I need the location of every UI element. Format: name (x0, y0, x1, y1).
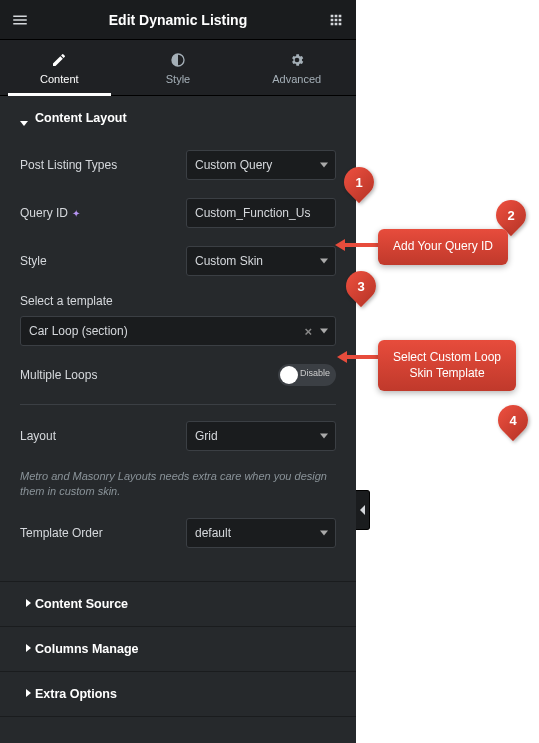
tab-style[interactable]: Style (119, 40, 238, 95)
toggle-knob (280, 366, 298, 384)
tab-label: Content (40, 73, 79, 85)
select-template-order[interactable]: default (186, 518, 336, 548)
section-header[interactable]: Columns Manage (0, 627, 356, 671)
section-columns-manage: Columns Manage (0, 627, 356, 672)
control-label: Select a template (20, 294, 336, 308)
label-text: Query ID (20, 206, 68, 220)
select-style[interactable]: Custom Skin (186, 246, 336, 276)
section-title: Content Source (35, 597, 128, 611)
chevron-left-icon (360, 505, 365, 515)
control-label: Template Order (20, 526, 103, 540)
tab-label: Advanced (272, 73, 321, 85)
select-value: default (186, 518, 336, 548)
panel-header: Edit Dynamic Listing (0, 0, 356, 40)
section-title: Columns Manage (35, 642, 139, 656)
annotation-arrow-2 (345, 355, 378, 359)
annotation-callout-query-id: Add Your Query ID (378, 229, 508, 265)
tab-content[interactable]: Content (0, 40, 119, 95)
editor-panel: Edit Dynamic Listing Content Style Advan… (0, 0, 356, 743)
control-layout: Layout Grid (20, 421, 336, 451)
apps-icon[interactable] (326, 10, 346, 30)
panel-title: Edit Dynamic Listing (109, 12, 247, 28)
pencil-icon (51, 52, 67, 68)
caret-down-icon (20, 115, 27, 122)
toggle-multiple-loops[interactable]: Disable (278, 364, 336, 386)
annotation-badge-4: 4 (492, 399, 534, 441)
caret-right-icon (20, 690, 27, 697)
control-template-order: Template Order default (20, 518, 336, 548)
contrast-icon (170, 52, 186, 68)
caret-right-icon (20, 600, 27, 607)
control-label: Query ID ✦ (20, 206, 80, 220)
input-wrap (186, 198, 336, 228)
section-title: Content Layout (35, 111, 127, 125)
query-id-input[interactable] (186, 198, 336, 228)
select-template[interactable]: Car Loop (section) × (20, 316, 336, 346)
select-value: Custom Query (186, 150, 336, 180)
select-value: Custom Skin (186, 246, 336, 276)
select-post-listing-types[interactable]: Custom Query (186, 150, 336, 180)
tab-advanced[interactable]: Advanced (237, 40, 356, 95)
control-select-template: Select a template Car Loop (section) × (20, 294, 336, 346)
section-extra-options: Extra Options (0, 672, 356, 717)
section-body: Post Listing Types Custom Query Query ID… (0, 140, 356, 581)
divider (20, 404, 336, 405)
control-label: Layout (20, 429, 56, 443)
control-label: Multiple Loops (20, 368, 97, 382)
toggle-state: Disable (300, 368, 330, 378)
panel-body: Content Layout Post Listing Types Custom… (0, 96, 356, 717)
dynamic-icon: ✦ (72, 208, 80, 219)
control-post-listing-types: Post Listing Types Custom Query (20, 150, 336, 180)
hint-text: Metro and Masonry Layouts needs extra ca… (20, 469, 336, 500)
control-query-id: Query ID ✦ (20, 198, 336, 228)
section-header[interactable]: Extra Options (0, 672, 356, 716)
chevron-down-icon (320, 329, 328, 334)
control-label: Post Listing Types (20, 158, 117, 172)
tabs: Content Style Advanced (0, 40, 356, 96)
section-content-source: Content Source (0, 582, 356, 627)
section-header[interactable]: Content Source (0, 582, 356, 626)
tab-label: Style (166, 73, 190, 85)
gear-icon (289, 52, 305, 68)
annotation-arrow-1 (343, 243, 378, 247)
select-value: Car Loop (section) (20, 316, 336, 346)
caret-right-icon (20, 645, 27, 652)
control-multiple-loops: Multiple Loops Disable (20, 364, 336, 386)
section-content-layout: Content Layout Post Listing Types Custom… (0, 96, 356, 582)
select-layout[interactable]: Grid (186, 421, 336, 451)
section-title: Extra Options (35, 687, 117, 701)
collapse-panel-tab[interactable] (356, 490, 370, 530)
section-header[interactable]: Content Layout (0, 96, 356, 140)
control-label: Style (20, 254, 47, 268)
toggle-wrap: Disable (186, 364, 336, 386)
menu-icon[interactable] (10, 10, 30, 30)
select-value: Grid (186, 421, 336, 451)
annotation-callout-template: Select Custom Loop Skin Template (378, 340, 516, 391)
clear-icon[interactable]: × (304, 324, 312, 339)
control-style: Style Custom Skin (20, 246, 336, 276)
